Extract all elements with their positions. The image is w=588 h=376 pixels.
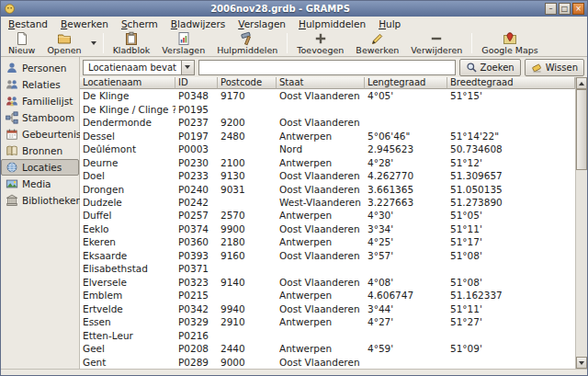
google-maps-button[interactable]: Google Maps — [476, 31, 544, 55]
cell-staat: Antwerpen — [277, 316, 365, 327]
table-row[interactable]: Gent P0289 9000 Oost Vlaanderen — [80, 355, 575, 368]
table-row[interactable]: Geel P0208 2440 Antwerpen 4°59' 51°09' — [80, 342, 575, 355]
open-dropdown-arrow[interactable] — [88, 31, 99, 55]
google-maps-button-label: Google Maps — [481, 46, 538, 55]
cell-locatienaam: De Klinge / Clinge ? — [80, 104, 175, 115]
cell-locatienaam: Gent — [80, 357, 175, 368]
places-view: Locatienaam bevat Zoeken Wissen Locatie — [80, 57, 587, 369]
menu-bestand[interactable]: Bestand — [2, 17, 54, 30]
media-icon — [6, 177, 18, 190]
table-row[interactable]: Eksaarde P0393 9160 Oost Vlaanderen 3°57… — [80, 249, 575, 262]
open-button[interactable]: Openen — [41, 31, 86, 55]
table-row[interactable]: Dudzele P0242 West-Vlaanderen 3.227663 5… — [80, 196, 575, 209]
table-row[interactable]: Drongen P0240 9031 Oost Vlaanderen 3.661… — [80, 182, 575, 195]
status-bar — [1, 369, 587, 375]
menu-hulp[interactable]: Hulp — [372, 17, 407, 30]
cell-id: P0289 — [175, 357, 218, 368]
scrollbar-thumb[interactable] — [576, 89, 587, 170]
filter-field-dropdown[interactable]: Locatienaam bevat — [83, 60, 195, 75]
sidebar-item-label: Stamboom — [22, 112, 74, 123]
table-row[interactable]: De Klinge / Clinge ? P0195 — [80, 102, 575, 115]
sidebar-item-locaties[interactable]: Locaties — [1, 159, 79, 176]
cell-lengtegraad: 4.262770 — [365, 170, 447, 181]
cell-lengtegraad: 4°59' — [365, 343, 447, 354]
add-button[interactable]: Toevoegen — [291, 31, 349, 55]
column-header-breedtegraad[interactable]: Breedtegraad — [447, 77, 575, 89]
menu-bewerken[interactable]: Bewerken — [54, 17, 115, 30]
cell-breedtegraad: 51°15' — [447, 90, 575, 101]
pedigree-icon — [6, 111, 18, 124]
sidebar-item-media[interactable]: Media — [1, 176, 79, 192]
cell-locatienaam: Dudzele — [80, 197, 175, 208]
menu-hulpmiddelen[interactable]: Hulpmiddelen — [292, 17, 372, 30]
scroll-up-button[interactable] — [576, 77, 587, 89]
column-header-staat[interactable]: Staat — [277, 77, 365, 89]
sidebar-item-personen[interactable]: Personen — [1, 60, 79, 76]
table-row[interactable]: Dendermonde P0237 9200 Oost Vlaanderen — [80, 116, 575, 129]
reports-button[interactable]: Verslagen — [156, 31, 210, 55]
new-button[interactable]: Nieuw — [3, 31, 40, 55]
sidebar-item-label: Media — [22, 178, 51, 189]
tools-button[interactable]: Hulpmiddelen — [211, 31, 283, 55]
cell-locatienaam: Dessel — [80, 131, 175, 142]
scratchpad-button[interactable]: Kladblok — [107, 31, 156, 55]
scroll-down-button[interactable] — [576, 357, 587, 369]
cell-breedtegraad: 51°05' — [447, 210, 575, 221]
table-row[interactable]: Eeklo P0374 9900 Oost Vlaanderen 3°34' 5… — [80, 222, 575, 235]
cell-id: P0195 — [175, 104, 218, 115]
table-row[interactable]: Doel P0233 9130 Oost Vlaanderen 4.262770… — [80, 169, 575, 182]
menu-bladwijzers[interactable]: Bladwijzers — [164, 17, 232, 30]
remove-button[interactable]: Verwijderen — [405, 31, 468, 55]
menu-bar: Bestand Bewerken Scherm Bladwijzers Vers… — [1, 17, 587, 30]
cell-id: P0360 — [175, 236, 218, 247]
sidebar-item-stamboom[interactable]: Stamboom — [1, 109, 79, 126]
table-row[interactable]: De Klinge P0348 9170 Oost Vlaanderen 4°0… — [80, 89, 575, 102]
sidebar-item-bronnen[interactable]: Bronnen — [1, 142, 79, 159]
vertical-scrollbar[interactable] — [575, 77, 587, 369]
cell-locatienaam: Dendermonde — [80, 117, 175, 128]
dropdown-arrow-button[interactable] — [181, 61, 194, 74]
cell-locatienaam: Geel — [80, 343, 175, 354]
sidebar-item-familielijst[interactable]: Familielijst — [1, 93, 79, 109]
column-header-postcode[interactable]: Postcode — [218, 77, 277, 89]
search-input[interactable] — [198, 60, 456, 75]
close-button[interactable]: × — [572, 3, 584, 15]
toolbar: Nieuw Openen Kladblok Verslagen Hulpmidd… — [1, 30, 587, 57]
search-button[interactable]: Zoeken — [459, 59, 521, 76]
table-row[interactable]: Essen P0329 2910 Antwerpen 4°27' 51°27' — [80, 315, 575, 328]
cell-locatienaam: Elisabethstad — [80, 263, 175, 274]
relationships-icon — [6, 78, 18, 91]
minimize-button[interactable]: – — [545, 3, 557, 15]
sidebar-item-relaties[interactable]: Relaties — [1, 76, 79, 93]
table-row[interactable]: Deûlémont P0003 Nord 2.945623 50.734608 — [80, 142, 575, 155]
new-document-icon — [15, 31, 29, 46]
table-row[interactable]: Dessel P0197 2480 Antwerpen 5°06'46" 51°… — [80, 129, 575, 142]
places-table-body: De Klinge P0348 9170 Oost Vlaanderen 4°0… — [80, 89, 575, 369]
sidebar-item-bibliotheken[interactable]: Bibliotheken — [1, 192, 79, 209]
gramps-window: 2006nov28.grdb - GRAMPS – □ × Bestand Be… — [0, 0, 588, 376]
clear-button[interactable]: Wissen — [525, 59, 584, 76]
table-row[interactable]: Etten-Leur P0216 — [80, 328, 575, 341]
column-header-id[interactable]: ID — [175, 77, 218, 89]
table-row[interactable]: Emblem P0215 Antwerpen 4.606747 51.16233… — [80, 289, 575, 302]
maximize-button[interactable]: □ — [559, 3, 571, 15]
events-icon — [6, 128, 18, 141]
cell-breedtegraad: 51°09' — [447, 343, 575, 354]
table-row[interactable]: Ertvelde P0342 9940 Oost Vlaanderen 3°44… — [80, 302, 575, 315]
edit-button[interactable]: Bewerken — [350, 31, 404, 55]
cell-id: P0242 — [175, 197, 218, 208]
table-row[interactable]: Elversele P0323 9140 Oost Vlaanderen 4°0… — [80, 276, 575, 289]
cell-id: P0393 — [175, 250, 218, 261]
table-row[interactable]: Duffel P0257 2570 Antwerpen 4°30' 51°05' — [80, 209, 575, 222]
menu-verslagen[interactable]: Verslagen — [232, 17, 292, 30]
sidebar-item-gebeurtenissen[interactable]: Gebeurtenissen — [1, 126, 79, 142]
table-row[interactable]: Deurne P0230 2100 Antwerpen 4°28' 51°12' — [80, 155, 575, 168]
column-header-lengtegraad[interactable]: Lengtegraad — [365, 77, 447, 89]
family-list-icon — [6, 95, 18, 108]
menu-scherm[interactable]: Scherm — [115, 17, 164, 30]
title-bar[interactable]: 2006nov28.grdb - GRAMPS – □ × — [1, 1, 587, 17]
table-row[interactable]: Elisabethstad P0371 — [80, 262, 575, 275]
table-row[interactable]: Ekeren P0360 2180 Antwerpen 4°25' 51°17' — [80, 235, 575, 248]
column-header-locatienaam[interactable]: Locatienaam — [80, 77, 175, 89]
repositories-icon — [6, 194, 18, 207]
